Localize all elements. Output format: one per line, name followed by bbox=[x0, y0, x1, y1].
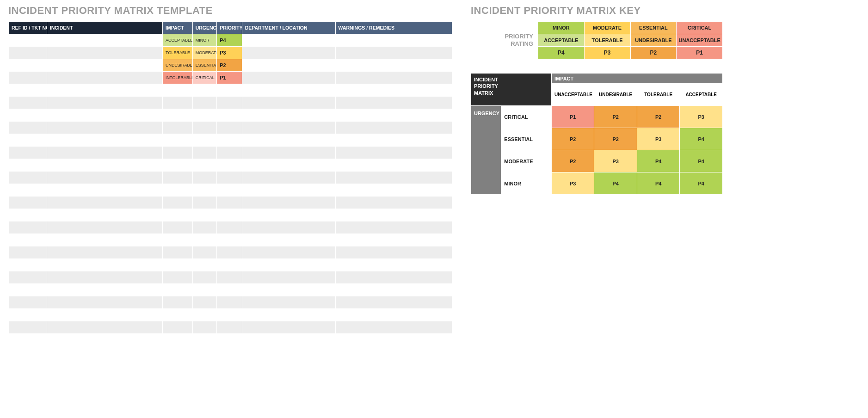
table-cell[interactable] bbox=[192, 259, 216, 271]
table-cell[interactable] bbox=[163, 221, 193, 234]
table-cell[interactable] bbox=[9, 84, 47, 97]
table-cell[interactable] bbox=[335, 84, 452, 97]
table-cell[interactable] bbox=[9, 296, 47, 309]
table-cell[interactable] bbox=[163, 309, 193, 321]
table-cell[interactable] bbox=[9, 59, 47, 72]
table-cell[interactable] bbox=[335, 47, 452, 59]
table-cell[interactable] bbox=[163, 159, 193, 172]
table-cell[interactable] bbox=[47, 34, 162, 47]
table-cell[interactable] bbox=[163, 259, 193, 271]
table-cell[interactable] bbox=[242, 321, 335, 334]
table-cell[interactable] bbox=[217, 271, 242, 284]
table-cell[interactable] bbox=[163, 209, 193, 221]
table-cell[interactable] bbox=[242, 221, 335, 234]
table-cell[interactable] bbox=[47, 84, 162, 97]
table-cell[interactable] bbox=[242, 296, 335, 309]
table-cell[interactable] bbox=[163, 172, 193, 184]
table-cell[interactable] bbox=[9, 34, 47, 47]
table-cell[interactable] bbox=[163, 234, 193, 246]
table-cell[interactable] bbox=[335, 221, 452, 234]
table-cell[interactable] bbox=[9, 246, 47, 259]
table-cell[interactable] bbox=[9, 271, 47, 284]
table-cell[interactable] bbox=[242, 197, 335, 209]
table-cell[interactable]: P1 bbox=[217, 72, 242, 84]
table-cell[interactable]: ESSENTIAL bbox=[192, 59, 216, 72]
table-cell[interactable] bbox=[163, 271, 193, 284]
table-cell[interactable] bbox=[217, 97, 242, 109]
table-cell[interactable] bbox=[335, 122, 452, 134]
table-cell[interactable] bbox=[217, 246, 242, 259]
table-cell[interactable] bbox=[242, 246, 335, 259]
table-cell[interactable] bbox=[9, 134, 47, 147]
table-cell[interactable] bbox=[47, 147, 162, 159]
table-cell[interactable] bbox=[217, 309, 242, 321]
table-cell[interactable] bbox=[242, 34, 335, 47]
table-cell[interactable] bbox=[47, 59, 162, 72]
table-cell[interactable] bbox=[335, 246, 452, 259]
table-cell[interactable] bbox=[335, 172, 452, 184]
table-cell[interactable] bbox=[47, 47, 162, 59]
table-cell[interactable] bbox=[335, 72, 452, 84]
table-cell[interactable] bbox=[9, 47, 47, 59]
table-cell[interactable] bbox=[163, 284, 193, 296]
table-cell[interactable] bbox=[9, 221, 47, 234]
table-cell[interactable] bbox=[242, 209, 335, 221]
table-cell[interactable] bbox=[47, 271, 162, 284]
table-cell[interactable] bbox=[242, 271, 335, 284]
table-cell[interactable] bbox=[217, 184, 242, 197]
table-cell[interactable] bbox=[335, 284, 452, 296]
table-cell[interactable] bbox=[192, 209, 216, 221]
table-cell[interactable] bbox=[192, 234, 216, 246]
table-cell[interactable] bbox=[192, 184, 216, 197]
table-cell[interactable] bbox=[163, 147, 193, 159]
table-cell[interactable] bbox=[335, 271, 452, 284]
table-cell[interactable] bbox=[217, 147, 242, 159]
table-cell[interactable] bbox=[335, 197, 452, 209]
table-cell[interactable] bbox=[47, 259, 162, 271]
table-cell[interactable] bbox=[217, 134, 242, 147]
table-cell[interactable] bbox=[47, 309, 162, 321]
table-cell[interactable] bbox=[9, 259, 47, 271]
table-cell[interactable] bbox=[217, 209, 242, 221]
table-cell[interactable] bbox=[47, 122, 162, 134]
table-cell[interactable] bbox=[9, 97, 47, 109]
table-cell[interactable] bbox=[163, 321, 193, 334]
table-cell[interactable] bbox=[217, 234, 242, 246]
table-cell[interactable] bbox=[163, 296, 193, 309]
table-cell[interactable] bbox=[242, 84, 335, 97]
table-cell[interactable] bbox=[242, 172, 335, 184]
table-cell[interactable]: MODERATE bbox=[192, 47, 216, 59]
table-cell[interactable]: ACCEPTABLE bbox=[163, 34, 193, 47]
table-cell[interactable] bbox=[9, 309, 47, 321]
table-cell[interactable] bbox=[335, 147, 452, 159]
table-cell[interactable] bbox=[335, 134, 452, 147]
table-cell[interactable] bbox=[9, 234, 47, 246]
table-cell[interactable] bbox=[192, 97, 216, 109]
table-cell[interactable] bbox=[192, 109, 216, 122]
table-cell[interactable] bbox=[9, 109, 47, 122]
table-cell[interactable] bbox=[9, 321, 47, 334]
table-cell[interactable] bbox=[47, 321, 162, 334]
table-cell[interactable] bbox=[192, 134, 216, 147]
table-cell[interactable] bbox=[192, 197, 216, 209]
table-cell[interactable] bbox=[163, 84, 193, 97]
table-cell[interactable] bbox=[192, 309, 216, 321]
table-cell[interactable] bbox=[335, 309, 452, 321]
table-cell[interactable] bbox=[242, 122, 335, 134]
table-cell[interactable]: UNDESIRABLE bbox=[163, 59, 193, 72]
table-cell[interactable] bbox=[217, 259, 242, 271]
table-cell[interactable] bbox=[47, 159, 162, 172]
table-cell[interactable] bbox=[192, 284, 216, 296]
table-cell[interactable] bbox=[217, 122, 242, 134]
table-cell[interactable] bbox=[242, 234, 335, 246]
table-cell[interactable] bbox=[217, 109, 242, 122]
table-cell[interactable]: P3 bbox=[217, 47, 242, 59]
table-cell[interactable] bbox=[47, 221, 162, 234]
table-cell[interactable] bbox=[335, 159, 452, 172]
table-cell[interactable] bbox=[242, 134, 335, 147]
table-cell[interactable] bbox=[242, 109, 335, 122]
table-cell[interactable] bbox=[335, 209, 452, 221]
table-cell[interactable] bbox=[217, 197, 242, 209]
table-cell[interactable]: INTOLERABLE bbox=[163, 72, 193, 84]
table-cell[interactable] bbox=[192, 147, 216, 159]
